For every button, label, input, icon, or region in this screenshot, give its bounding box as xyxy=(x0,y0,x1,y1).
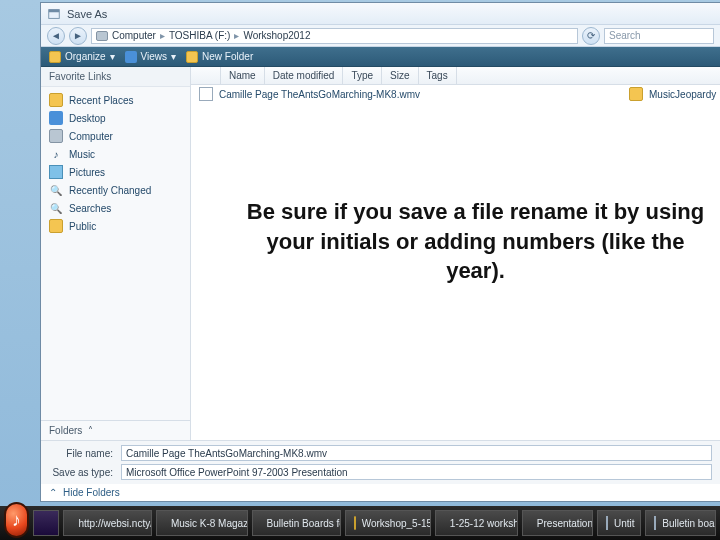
taskbar-item[interactable]: http://websi.ncty/a... xyxy=(63,510,151,536)
window-title: Save As xyxy=(67,8,107,20)
search-input[interactable]: Search xyxy=(604,28,714,44)
taskbar-item[interactable]: Presentation2 xyxy=(522,510,593,536)
favorites-header: Favorite Links xyxy=(41,67,190,87)
chevron-up-icon: ˄ xyxy=(88,425,93,436)
breadcrumb-seg[interactable]: Computer xyxy=(112,30,156,41)
save-fields: File name: Camille Page TheAntsGoMarchin… xyxy=(41,440,720,484)
taskbar: ♪ http://websi.ncty/a... Music K-8 Magaz… xyxy=(0,506,720,540)
save-as-dialog: Save As ◄ ► Computer▸ TOSHIBA (F:)▸ Work… xyxy=(40,2,720,502)
back-button[interactable]: ◄ xyxy=(47,27,65,45)
hide-folders-button[interactable]: ⌃ Hide Folders xyxy=(41,484,720,501)
address-bar: ◄ ► Computer▸ TOSHIBA (F:)▸ Workshop2012… xyxy=(41,25,720,47)
col-date[interactable]: Date modified xyxy=(265,67,344,84)
organize-button[interactable]: Organize ▾ xyxy=(49,51,115,63)
col-type[interactable]: Type xyxy=(343,67,382,84)
doc-icon xyxy=(606,516,608,530)
taskbar-item[interactable]: 1-25-12 workshop xyxy=(435,510,518,536)
filename-label: File name: xyxy=(49,448,113,459)
saveastype-input[interactable]: Microsoft Office PowerPoint 97-2003 Pres… xyxy=(121,464,712,480)
col-size[interactable]: Size xyxy=(382,67,418,84)
favorites-list: Recent Places Desktop Computer ♪Music Pi… xyxy=(41,87,190,420)
quicklaunch[interactable] xyxy=(33,510,60,536)
taskbar-item[interactable]: Bulletin Boards for... xyxy=(252,510,341,536)
sidebar-item-searches[interactable]: 🔍Searches xyxy=(41,199,190,217)
file-list: Name Date modified Type Size Tags Camill… xyxy=(191,67,720,440)
breadcrumb-seg[interactable]: TOSHIBA (F:) xyxy=(169,30,231,41)
sidebar-item-recent-places[interactable]: Recent Places xyxy=(41,91,190,109)
file-icon xyxy=(199,87,213,101)
sidebar-item-public[interactable]: Public xyxy=(41,217,190,235)
drive-icon xyxy=(49,129,63,143)
sidebar-item-recently-changed[interactable]: 🔍Recently Changed xyxy=(41,181,190,199)
sidebar-item-computer[interactable]: Computer xyxy=(41,127,190,145)
music-icon: ♪ xyxy=(49,147,63,161)
taskbar-item[interactable]: Music K-8 Magazin... xyxy=(156,510,248,536)
col-name[interactable]: Name xyxy=(221,67,265,84)
sidebar-item-desktop[interactable]: Desktop xyxy=(41,109,190,127)
titlebar: Save As xyxy=(41,3,720,25)
folders-toggle[interactable]: Folders˄ xyxy=(41,420,190,440)
pictures-icon xyxy=(49,165,63,179)
column-headers[interactable]: Name Date modified Type Size Tags xyxy=(191,67,720,85)
chevron-up-icon: ⌃ xyxy=(49,487,57,498)
col-tags[interactable]: Tags xyxy=(419,67,457,84)
app-icon xyxy=(47,7,61,21)
taskbar-item[interactable]: Workshop_5-15-12 xyxy=(345,510,431,536)
desktop-icon xyxy=(49,111,63,125)
taskbar-item[interactable]: Untit xyxy=(597,510,641,536)
file-row[interactable]: MusicJeopardy xyxy=(621,85,720,103)
breadcrumb-seg[interactable]: Workshop2012 xyxy=(243,30,310,41)
instruction-overlay: Be sure if you save a file rename it by … xyxy=(241,197,710,286)
forward-button[interactable]: ► xyxy=(69,27,87,45)
doc-icon xyxy=(654,516,656,530)
refresh-button[interactable]: ⟳ xyxy=(582,27,600,45)
toolbar: Organize ▾ Views ▾ New Folder xyxy=(41,47,720,67)
folder-icon xyxy=(49,219,63,233)
folder-icon xyxy=(96,31,108,41)
svg-rect-1 xyxy=(49,9,60,12)
start-button[interactable]: ♪ xyxy=(4,502,29,538)
clock-icon xyxy=(49,93,63,107)
views-button[interactable]: Views ▾ xyxy=(125,51,177,63)
breadcrumb[interactable]: Computer▸ TOSHIBA (F:)▸ Workshop2012 xyxy=(91,28,578,44)
sidebar-item-music[interactable]: ♪Music xyxy=(41,145,190,163)
recent-icon: 🔍 xyxy=(49,183,63,197)
taskbar-item[interactable]: Bulletin board xyxy=(645,510,716,536)
new-folder-button[interactable]: New Folder xyxy=(186,51,253,63)
sidebar: Favorite Links Recent Places Desktop Com… xyxy=(41,67,191,440)
folder-icon xyxy=(354,516,356,530)
filename-input[interactable]: Camille Page TheAntsGoMarching-MK8.wmv xyxy=(121,445,712,461)
search-placeholder: Search xyxy=(609,30,641,41)
folder-icon xyxy=(629,87,643,101)
saveastype-label: Save as type: xyxy=(49,467,113,478)
search-icon: 🔍 xyxy=(49,201,63,215)
sidebar-item-pictures[interactable]: Pictures xyxy=(41,163,190,181)
